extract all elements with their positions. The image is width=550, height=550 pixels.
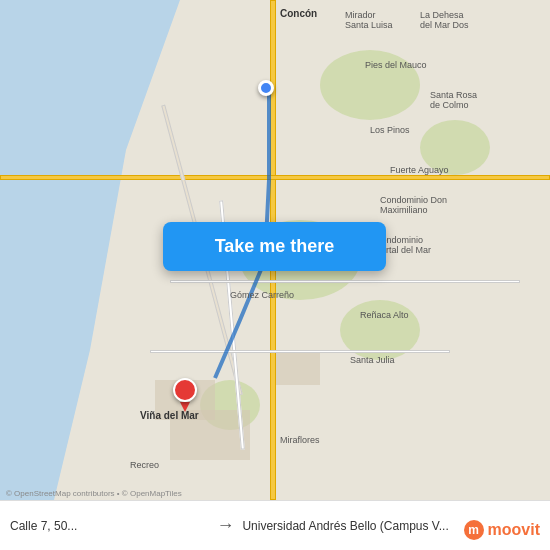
moovit-text: moovit <box>488 521 540 539</box>
road-horizontal-2 <box>170 280 520 283</box>
destination-marker <box>173 378 197 410</box>
road-horizontal-main <box>0 175 550 180</box>
green-area-4 <box>320 50 420 120</box>
take-me-there-button[interactable]: Take me there <box>163 222 386 271</box>
bottom-bar: Calle 7, 50... → Universidad Andrés Bell… <box>0 500 550 550</box>
map-attribution: © OpenStreetMap contributors • © OpenMap… <box>6 489 182 498</box>
moovit-logo: m moovit <box>464 520 540 540</box>
direction-arrow-icon: → <box>216 515 234 536</box>
origin-marker <box>258 80 274 96</box>
road-horizontal-3 <box>150 350 450 353</box>
map-container: Concón MiradorSanta Luisa La Dehesadel M… <box>0 0 550 500</box>
urban-block-3 <box>270 350 320 385</box>
from-label: Calle 7, 50... <box>10 519 208 533</box>
moovit-icon: m <box>464 520 484 540</box>
destination-marker-circle <box>173 378 197 402</box>
green-area-5 <box>420 120 490 175</box>
destination-marker-tip <box>180 402 190 412</box>
